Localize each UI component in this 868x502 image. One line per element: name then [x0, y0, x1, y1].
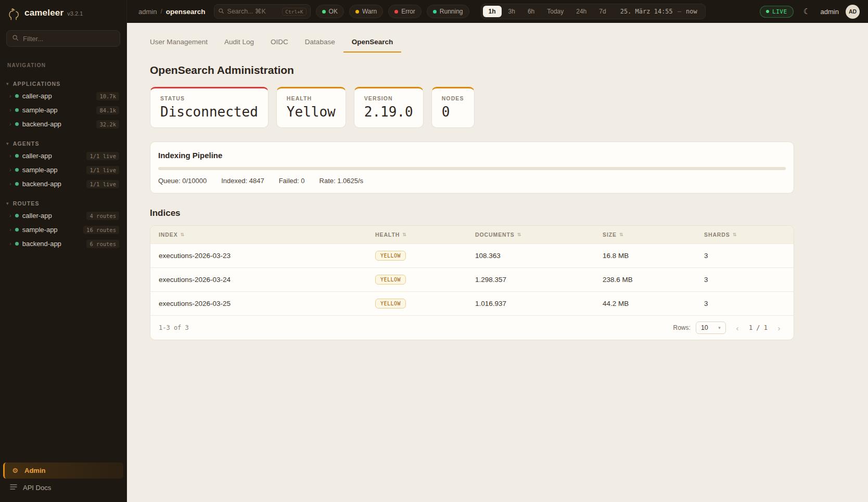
prev-page-button[interactable]: ‹	[731, 321, 744, 334]
app-name: cameleer	[24, 8, 63, 18]
breadcrumb-separator: /	[160, 8, 162, 15]
sidebar-filter[interactable]	[6, 30, 120, 47]
chevron-down-icon: ▾	[6, 141, 9, 146]
sidebar-item-api-docs[interactable]: API Docs	[3, 480, 123, 496]
chevron-right-icon: ›	[9, 107, 11, 113]
item-label: caller-app	[22, 152, 52, 160]
pipeline-stats: Queue: 0/10000 Indexed: 4847 Failed: 0 R…	[158, 177, 786, 185]
stat-label: NODES	[442, 95, 464, 101]
column-header-index[interactable]: INDEX⇅	[159, 226, 375, 243]
user-name: admin	[821, 8, 839, 16]
date-range-display[interactable]: 25. März 14:55 — now	[613, 8, 704, 15]
breadcrumb-opensearch[interactable]: opensearch	[166, 8, 206, 16]
stat-value: 0	[442, 104, 464, 120]
cell-index: executions-2026-03-24	[159, 276, 375, 284]
app-logo: cameleer v3.2.1	[0, 0, 126, 28]
filter-chip-ok[interactable]: OK	[316, 5, 344, 18]
live-dot-icon	[766, 10, 769, 13]
avatar[interactable]: AD	[846, 5, 860, 19]
cell-index: executions-2026-03-25	[159, 300, 375, 307]
status-dot	[15, 228, 19, 231]
live-toggle[interactable]: LIVE	[760, 6, 794, 18]
item-badge: 84.1k	[96, 106, 119, 114]
sort-icon: ⇅	[619, 232, 623, 237]
item-badge: 16 routes	[83, 226, 119, 234]
gear-icon: ⚙	[11, 467, 19, 474]
time-range-6h[interactable]: 6h	[522, 6, 540, 17]
breadcrumb: admin / opensearch	[138, 8, 206, 16]
rows-per-page-select[interactable]: 10 ▾	[696, 321, 726, 334]
time-range-7d[interactable]: 7d	[593, 6, 611, 17]
nav-heading: NAVIGATION	[0, 62, 126, 68]
column-header-documents[interactable]: DOCUMENTS⇅	[475, 226, 603, 243]
table-row: executions-2026-03-24 YELLOW 1.298.357 2…	[150, 267, 794, 291]
chip-label: Error	[401, 8, 415, 15]
time-range-24h[interactable]: 24h	[570, 6, 592, 17]
sidebar-item-admin[interactable]: ⚙ Admin	[3, 462, 123, 479]
chevron-right-icon: ›	[9, 181, 11, 187]
pipeline-progress-bar	[158, 167, 786, 170]
sidebar-item-agent-caller-app[interactable]: › caller-app 1/1 live	[0, 149, 126, 163]
dark-mode-toggle[interactable]: ☾	[800, 5, 814, 18]
table-row: executions-2026-03-23 YELLOW 108.363 16.…	[150, 243, 794, 267]
status-dot	[15, 242, 19, 246]
table-row: executions-2026-03-25 YELLOW 1.016.937 4…	[150, 291, 794, 315]
sidebar-item-route-sample-app[interactable]: › sample-app 16 routes	[0, 223, 126, 237]
item-label: backend-app	[22, 240, 61, 248]
column-header-health[interactable]: HEALTH⇅	[375, 226, 475, 243]
health-badge: YELLOW	[375, 299, 406, 308]
sidebar-item-route-caller-app[interactable]: › caller-app 4 routes	[0, 209, 126, 223]
tab-audit-log[interactable]: Audit Log	[216, 33, 262, 53]
rows-per-page-label: Rows:	[673, 324, 691, 331]
sidebar-item-agent-backend-app[interactable]: › backend-app 1/1 live	[0, 177, 126, 191]
tab-oidc[interactable]: OIDC	[262, 33, 297, 53]
moon-icon: ☾	[803, 7, 810, 16]
pagination-controls: Rows: 10 ▾ ‹ 1 / 1 ›	[673, 321, 785, 334]
filter-input[interactable]	[23, 35, 114, 43]
section-header-applications[interactable]: ▾ APPLICATIONS	[0, 79, 126, 89]
section-header-routes[interactable]: ▾ ROUTES	[0, 198, 126, 209]
rows-per-page-value: 10	[701, 324, 708, 331]
item-label: sample-app	[22, 106, 58, 114]
stat-value: Disconnected	[160, 104, 258, 120]
page-title: OpenSearch Administration	[150, 64, 845, 76]
chevron-right-icon: ›	[9, 153, 11, 159]
sidebar-item-route-backend-app[interactable]: › backend-app 6 routes	[0, 237, 126, 251]
status-dot	[15, 182, 19, 186]
table-footer: 1-3 of 3 Rows: 10 ▾ ‹ 1 / 1 ›	[150, 315, 794, 340]
sidebar-item-agent-sample-app[interactable]: › sample-app 1/1 live	[0, 163, 126, 177]
section-header-agents[interactable]: ▾ AGENTS	[0, 138, 126, 149]
sidebar-item-application-sample-app[interactable]: › sample-app 84.1k	[0, 103, 126, 117]
time-range-1h[interactable]: 1h	[483, 6, 502, 17]
cell-documents: 108.363	[475, 252, 603, 260]
tab-bar: User Management Audit Log OIDC Database …	[127, 23, 868, 53]
tab-user-management[interactable]: User Management	[142, 33, 216, 53]
sidebar-item-application-backend-app[interactable]: › backend-app 32.2k	[0, 117, 126, 131]
global-search[interactable]: Ctrl+K	[214, 4, 311, 19]
breadcrumb-admin[interactable]: admin	[138, 8, 157, 16]
main-area: admin / opensearch Ctrl+K OK Warn Error …	[127, 0, 868, 502]
search-input[interactable]	[227, 8, 279, 15]
status-dot	[15, 168, 19, 172]
filter-chip-warn[interactable]: Warn	[349, 5, 383, 18]
pipeline-stat-rate: Rate: 1.0625/s	[320, 177, 364, 185]
tab-database[interactable]: Database	[297, 33, 343, 53]
stat-value: Yellow	[287, 104, 336, 120]
chevron-right-icon: ›	[9, 167, 11, 173]
sort-icon: ⇅	[733, 232, 737, 237]
column-header-size[interactable]: SIZE⇅	[603, 226, 704, 243]
time-range-3h[interactable]: 3h	[503, 6, 521, 17]
item-label: caller-app	[22, 212, 52, 220]
indices-title: Indices	[150, 208, 845, 218]
filter-chip-error[interactable]: Error	[388, 5, 422, 18]
stat-card-health: HEALTH Yellow	[276, 87, 346, 128]
filter-chip-running[interactable]: Running	[427, 5, 469, 18]
time-range-today[interactable]: Today	[541, 6, 569, 17]
column-header-shards[interactable]: SHARDS⇅	[704, 226, 785, 243]
tab-opensearch[interactable]: OpenSearch	[343, 33, 402, 53]
nav-section-agents: ▾ AGENTS › caller-app 1/1 live › sample-…	[0, 138, 126, 191]
next-page-button[interactable]: ›	[773, 321, 785, 334]
indices-table: INDEX⇅ HEALTH⇅ DOCUMENTS⇅ SIZE⇅ SHARDS⇅	[150, 225, 794, 340]
date-range-end: now	[686, 8, 697, 15]
sidebar-item-application-caller-app[interactable]: › caller-app 10.7k	[0, 89, 126, 103]
